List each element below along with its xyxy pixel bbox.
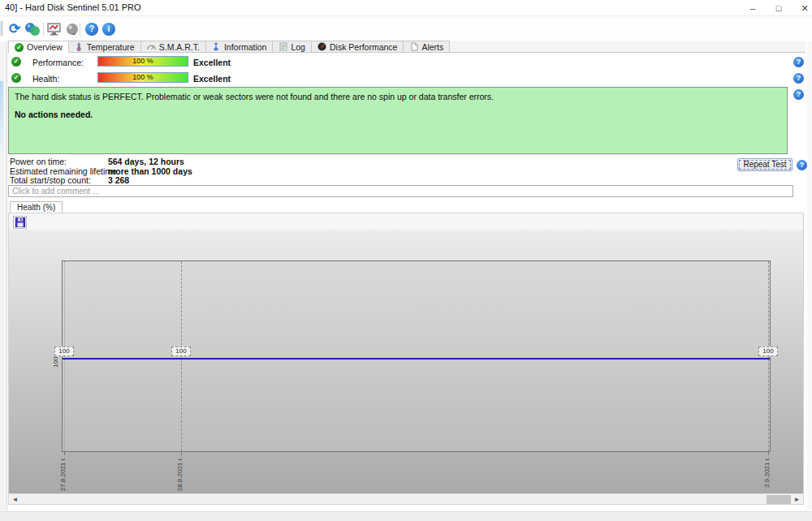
comment-input[interactable] [8, 185, 793, 197]
title-bar: 40] - Hard Disk Sentinel 5.01 PRO – □ ✕ [0, 0, 812, 16]
tab-label: Alerts [421, 42, 443, 52]
stat-label: Power on time: [10, 157, 106, 167]
scrollbar-thumb[interactable] [767, 495, 791, 504]
plot-gridline [64, 261, 65, 451]
check-circle-icon: ✓ [11, 73, 21, 83]
info-arrow-icon [212, 42, 221, 51]
check-circle-icon: ✓ [11, 57, 21, 67]
info-icon[interactable]: i [101, 21, 117, 37]
tab-log[interactable]: Log [273, 41, 312, 52]
network-status-icon[interactable] [24, 21, 41, 37]
sound-alert-icon[interactable] [64, 21, 80, 37]
tab-label: Temperature [87, 42, 135, 52]
save-graph-button[interactable] [13, 216, 27, 229]
left-panel-edge [0, 41, 7, 510]
stat-value: 564 days, 12 hours [108, 157, 184, 166]
x-axis-tick [64, 452, 65, 455]
graph-background: 100 100 100 100 27.8.2021 r. 28.8.2021 r… [9, 230, 803, 493]
health-line-series [63, 358, 770, 360]
stat-value: 3 268 [108, 175, 129, 185]
app-window: 40] - Hard Disk Sentinel 5.01 PRO – □ ✕ … [0, 0, 812, 521]
health-status: Excellent [193, 74, 231, 84]
toolbar-clipped-icon [0, 21, 2, 36]
health-plot-area [62, 260, 771, 452]
repeat-test-help-icon[interactable]: ? [797, 160, 807, 170]
health-label: Health: [32, 74, 59, 84]
performance-label: Performance: [32, 58, 84, 67]
refresh-icon[interactable]: ⟳ [6, 21, 23, 37]
stat-start-stop-count: Total start/stop count: 3 268 [10, 176, 192, 186]
tab-label: Log [291, 42, 305, 52]
graph-horizontal-scrollbar[interactable]: ◄ ► [10, 493, 802, 504]
data-point-label: 100 [758, 347, 778, 356]
main-tab-bar: ✓ Overview Temperature S.M.A.R.T. Inform… [8, 41, 806, 53]
health-meter: 100 % [97, 72, 188, 83]
document-icon [279, 42, 287, 51]
performance-meter: 100 % [97, 56, 188, 67]
gauge-icon [147, 42, 156, 51]
toolbar-separator [80, 23, 80, 36]
thermometer-icon [75, 42, 84, 51]
stat-value: more than 1000 days [108, 166, 192, 176]
performance-row: ✓ Performance: 100 % Excellent ? [8, 57, 806, 68]
tab-label: Information [224, 42, 267, 52]
health-graph-panel: 100 100 100 100 27.8.2021 r. 28.8.2021 r… [8, 213, 804, 505]
check-circle-icon: ✓ [15, 43, 24, 52]
help-icon[interactable]: ? [84, 21, 100, 37]
tab-alerts[interactable]: Alerts [404, 41, 450, 52]
floppy-disk-icon [15, 217, 25, 227]
status-action-text: No actions needed. [15, 110, 781, 119]
report-monitor-icon[interactable] [46, 21, 63, 37]
tab-label: Disk Performance [330, 42, 397, 52]
y-axis-tick-label: 100 [52, 350, 60, 368]
repeat-test-button[interactable]: Repeat Test [737, 158, 793, 171]
status-text: The hard disk status is PERFECT. Problem… [15, 92, 781, 101]
disk-status-message: The hard disk status is PERFECT. Problem… [8, 87, 788, 154]
minimize-button[interactable]: – [741, 0, 765, 16]
scroll-right-arrow[interactable]: ► [792, 494, 802, 505]
status-help-icon[interactable]: ? [793, 89, 804, 100]
data-point-label: 100 [171, 347, 191, 356]
x-axis-tick [768, 452, 769, 455]
tab-overview[interactable]: ✓ Overview [8, 41, 69, 53]
right-window-edge [807, 41, 812, 510]
performance-help-icon[interactable]: ? [793, 57, 804, 67]
window-title: 40] - Hard Disk Sentinel 5.01 PRO [5, 2, 141, 12]
maximize-button[interactable]: □ [767, 0, 791, 16]
toolbar: ⟳ ? i [0, 16, 812, 41]
performance-status: Excellent [193, 58, 231, 67]
graph-tab-health[interactable]: Health (%) [10, 201, 63, 213]
page-icon [409, 42, 418, 51]
tab-temperature[interactable]: Temperature [69, 41, 141, 52]
tab-information[interactable]: Information [206, 41, 274, 52]
health-help-icon[interactable]: ? [793, 73, 804, 84]
scroll-left-arrow[interactable]: ◄ [10, 494, 20, 505]
tab-label: Overview [27, 42, 63, 52]
tab-disk-performance[interactable]: Disk Performance [312, 41, 404, 52]
tab-label: S.M.A.R.T. [159, 42, 200, 52]
disk-stats: Power on time: 564 days, 12 hours Estima… [10, 157, 192, 186]
x-axis-tick [181, 452, 182, 455]
tab-smart[interactable]: S.M.A.R.T. [141, 41, 206, 52]
health-row: ✓ Health: 100 % Excellent ? [8, 73, 806, 84]
toolbar-separator [43, 23, 44, 36]
left-panel-selection-sliver [0, 81, 3, 151]
disk-icon [317, 42, 326, 51]
plot-gridline [768, 261, 769, 451]
close-button[interactable]: ✕ [793, 0, 812, 16]
bottom-window-edge [0, 511, 812, 521]
plot-gridline [181, 261, 182, 451]
stat-label: Total start/stop count: [10, 176, 106, 186]
